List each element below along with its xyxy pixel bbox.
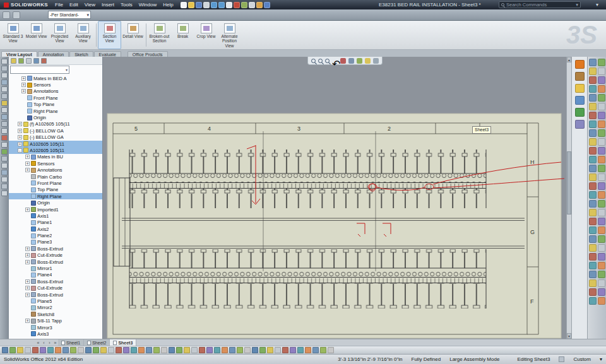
right-toolbar-icon[interactable] (598, 173, 605, 181)
sheet-tab[interactable]: Sheet3 (110, 339, 136, 346)
bottom-toolbar-icon[interactable] (62, 347, 69, 353)
tree-item[interactable]: Plane2 (9, 232, 102, 238)
tree-item[interactable]: Mirror2 (9, 305, 102, 311)
sheet-scale-icon[interactable] (559, 356, 564, 362)
bottom-toolbar-icon[interactable] (206, 347, 213, 353)
tree-item[interactable]: + Annotations (9, 167, 102, 173)
tree-item[interactable]: Axis3 (9, 331, 102, 337)
right-toolbar-icon[interactable] (598, 218, 605, 225)
right-toolbar-icon[interactable] (598, 235, 605, 243)
bottom-toolbar-icon[interactable] (123, 347, 129, 353)
commandmanager-tab[interactable]: Office Products (128, 51, 168, 57)
bottom-toolbar-icon[interactable] (153, 347, 160, 353)
tree-item[interactable]: - A102605 105(11 (9, 147, 102, 153)
sheet-tab[interactable]: Sheet2 (84, 339, 110, 346)
right-toolbar-icon[interactable] (589, 76, 597, 84)
bottom-toolbar-icon[interactable] (328, 347, 334, 353)
tree-item[interactable]: + Boss-Extrud (9, 291, 102, 298)
zoom-in-out-icon[interactable] (325, 59, 330, 63)
left-toolbar-icon[interactable] (1, 177, 8, 182)
bottom-toolbar-icon[interactable] (199, 347, 205, 353)
scroll-up-icon[interactable] (567, 57, 571, 62)
tree-item[interactable]: + A102605 105(11 (9, 141, 102, 147)
bottom-toolbar-icon[interactable] (267, 347, 273, 353)
scrollbar-thumb[interactable] (567, 151, 571, 214)
right-toolbar-icon[interactable] (598, 103, 605, 110)
tree-item[interactable]: Front Plane (9, 95, 102, 101)
ribbon-button[interactable]: Break (171, 21, 194, 49)
tree-item[interactable]: + Boss-Extrud (9, 278, 102, 285)
bottom-toolbar-icon[interactable] (17, 347, 23, 353)
tree-item[interactable]: + Boss-Extrud (9, 259, 102, 265)
bottom-toolbar-icon[interactable] (237, 347, 243, 353)
commandmanager-tab[interactable]: Evaluate (94, 51, 121, 57)
tree-expand-toggle[interactable]: + (25, 168, 30, 172)
tree-expand-toggle[interactable]: + (25, 208, 30, 212)
color-swatch-icon[interactable] (256, 2, 263, 8)
right-toolbar-icon[interactable] (598, 279, 605, 287)
tree-item[interactable]: Right Plane (9, 193, 102, 199)
tree-item[interactable]: Plane3 (9, 239, 102, 245)
bottom-toolbar-icon[interactable] (169, 347, 175, 353)
previous-view-icon[interactable]: ↶ (332, 58, 338, 64)
layer-icon[interactable] (13, 11, 20, 19)
tree-item[interactable]: + Sensors (9, 81, 102, 88)
right-toolbar-icon[interactable] (589, 191, 597, 199)
tree-item[interactable]: + (-) BELLOW GA (9, 127, 102, 134)
tree-expand-toggle[interactable]: + (25, 260, 30, 264)
right-toolbar-icon[interactable] (598, 94, 605, 102)
ribbon-button[interactable]: Section View (98, 21, 121, 49)
menu-item[interactable]: Insert (98, 0, 117, 9)
collapse-chevron-icon[interactable] (593, 2, 601, 8)
left-toolbar-icon[interactable] (1, 184, 8, 189)
featuremanager-tab-icon[interactable] (11, 58, 16, 64)
configurationmanager-tab-icon[interactable] (26, 58, 32, 64)
bottom-toolbar-icon[interactable] (25, 347, 31, 353)
tree-item[interactable]: Plain Carbo (9, 173, 102, 180)
open-icon[interactable] (188, 2, 194, 8)
tree-expand-toggle[interactable]: + (25, 161, 30, 166)
search-commands-box[interactable]: Search Commands (499, 1, 581, 8)
right-toolbar-icon[interactable] (589, 218, 597, 225)
right-toolbar-icon[interactable] (598, 191, 605, 199)
ribbon-button[interactable]: Detail View (121, 21, 145, 49)
tree-expand-toggle[interactable]: + (18, 129, 22, 133)
right-toolbar-icon[interactable] (598, 209, 605, 216)
ribbon-button[interactable]: Crop View (194, 21, 218, 49)
right-toolbar-icon[interactable] (598, 297, 605, 305)
dimension-style-combo[interactable]: -Per Standard- (48, 11, 91, 19)
tree-item[interactable]: + (f) A102605 105(11 (9, 121, 102, 127)
left-toolbar-icon[interactable] (1, 59, 8, 64)
bottom-toolbar-icon[interactable] (290, 347, 296, 353)
right-toolbar-icon[interactable] (598, 112, 605, 119)
tree-item[interactable]: + Annotations (9, 88, 102, 95)
tree-item[interactable]: Plane4 (9, 272, 102, 278)
tree-item[interactable]: + Mates in BU (9, 154, 102, 160)
bottom-toolbar-icon[interactable] (282, 347, 288, 353)
menu-item[interactable]: File (52, 0, 66, 9)
left-toolbar-icon[interactable] (1, 86, 8, 92)
right-toolbar-icon[interactable] (589, 138, 597, 146)
right-toolbar-icon[interactable] (589, 68, 597, 75)
display-style-icon[interactable] (357, 58, 362, 64)
bottom-toolbar-icon[interactable] (297, 347, 304, 353)
right-toolbar-icon[interactable] (589, 156, 597, 163)
right-toolbar-icon[interactable] (598, 138, 605, 146)
tree-item[interactable]: Mirror1 (9, 265, 102, 271)
ribbon-button[interactable]: Alternate Position View (218, 21, 241, 49)
commandmanager-tab[interactable]: View Layout (1, 51, 37, 57)
graphics-area[interactable]: 5 4 3 2 H G F (103, 57, 566, 339)
right-toolbar-icon[interactable] (589, 103, 597, 110)
tree-expand-toggle[interactable]: + (25, 253, 30, 257)
left-toolbar-icon[interactable] (1, 142, 8, 148)
tree-expand-toggle[interactable]: + (25, 293, 30, 297)
bottom-toolbar-icon[interactable] (93, 347, 99, 353)
tree-item[interactable]: + Sensors (9, 160, 102, 167)
zoom-fit-icon[interactable] (311, 59, 316, 63)
custom-properties-icon[interactable] (575, 120, 585, 129)
right-toolbar-icon[interactable] (598, 120, 605, 128)
tree-item[interactable]: + 5/8-11 Tapp (9, 317, 102, 324)
zoom-area-icon[interactable] (318, 59, 323, 63)
right-toolbar-icon[interactable] (589, 129, 597, 137)
bottom-toolbar-icon[interactable] (78, 347, 84, 353)
